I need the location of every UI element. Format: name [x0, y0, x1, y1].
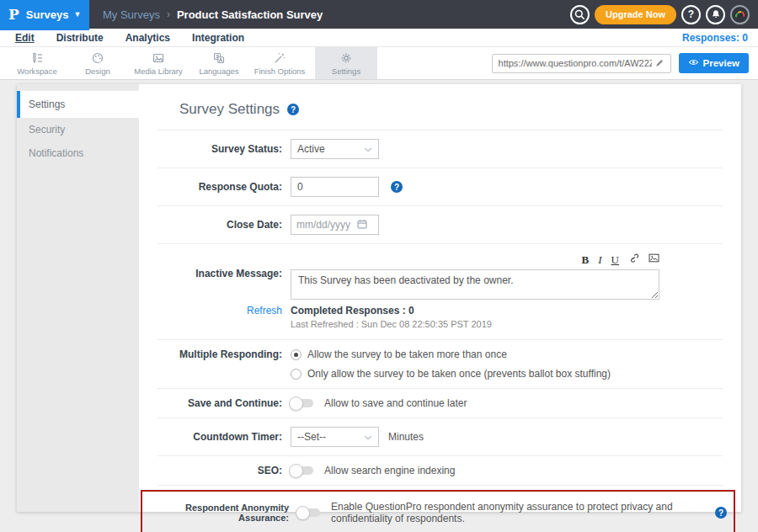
tab-analytics[interactable]: Analytics: [125, 32, 170, 44]
link-icon[interactable]: [628, 253, 639, 267]
countdown-timer-value: --Set--: [297, 431, 326, 443]
toolbar-tab-label: Design: [85, 66, 110, 76]
edit-url-pencil-icon[interactable]: [655, 56, 665, 71]
responses-count[interactable]: Responses: 0: [682, 32, 748, 44]
sidebar-item-security[interactable]: Security: [17, 118, 139, 141]
notifications-bell-icon[interactable]: [706, 5, 725, 24]
top-actions: Upgrade Now ?: [570, 5, 758, 24]
response-quota-label: Response Quota:: [157, 181, 291, 193]
eye-icon: [688, 58, 699, 68]
save-and-continue-row: Save and Continue: Allow to save and con…: [157, 389, 723, 418]
edit-toolbar: Workspace Design Media Library Languages…: [0, 47, 758, 80]
preview-label: Preview: [703, 58, 739, 68]
toolbar-tab-label: Settings: [332, 66, 360, 76]
multiple-responding-row: Multiple Responding: Allow the survey to…: [157, 340, 723, 388]
seo-text: Allow search engine indexing: [324, 465, 455, 476]
survey-nav: Edit Distribute Analytics Integration Re…: [0, 29, 758, 47]
product-switcher[interactable]: P Surveys ▼: [0, 0, 89, 29]
radio-allow-multiple[interactable]: Allow the survey to be taken more than o…: [291, 348, 611, 360]
save-and-continue-label: Save and Continue:: [157, 397, 291, 409]
survey-settings-help-icon[interactable]: ?: [287, 104, 299, 115]
page-title: Survey Settings ?: [179, 101, 723, 118]
app-name: Surveys: [26, 8, 69, 21]
toolbar-tab-settings[interactable]: Settings: [315, 47, 377, 79]
inactive-message-textarea[interactable]: This Survey has been deactivated by the …: [291, 269, 659, 300]
countdown-timer-row: Countdown Timer: --Set-- Minutes: [157, 418, 723, 455]
help-icon[interactable]: ?: [681, 5, 701, 24]
usage-meter-icon[interactable]: [730, 5, 750, 24]
respondent-anonymity-text: Enable QuestionPro respondent anonymity …: [331, 501, 709, 524]
toolbar-tab-label: Languages: [199, 66, 238, 76]
toolbar-tab-languages[interactable]: Languages: [189, 47, 249, 79]
save-and-continue-toggle[interactable]: [291, 399, 313, 407]
breadcrumb-my-surveys[interactable]: My Surveys: [103, 8, 160, 21]
breadcrumb-separator: ›: [167, 8, 170, 20]
languages-translate-icon: [212, 51, 226, 65]
survey-url-value: https://www.questionpro.com/t/AW22Zf4yf: [499, 58, 652, 68]
refresh-link[interactable]: Refresh: [157, 305, 291, 317]
chevron-down-icon: [364, 143, 372, 155]
bold-icon[interactable]: B: [582, 253, 590, 267]
divider: [157, 485, 723, 486]
survey-status-label: Survey Status:: [157, 143, 291, 155]
survey-status-select[interactable]: Active: [291, 139, 379, 159]
refresh-row: Refresh Completed Responses : 0 Last Ref…: [157, 300, 723, 339]
respondent-anonymity-row-highlighted: Respondent Anonymity Assurance: Enable Q…: [141, 490, 735, 532]
toolbar-tab-media-library[interactable]: Media Library: [128, 47, 189, 79]
response-quota-row: Response Quota: ?: [157, 168, 723, 205]
survey-status-row: Survey Status: Active: [157, 130, 723, 168]
close-date-row: Close Date:: [157, 206, 723, 243]
italic-icon[interactable]: I: [598, 253, 601, 267]
inactive-message-editor: B I U This Survey has been deactivated b…: [291, 253, 659, 300]
tab-edit[interactable]: Edit: [15, 32, 35, 44]
chevron-down-icon: ▼: [73, 10, 81, 19]
multiple-responding-label: Multiple Responding:: [157, 348, 291, 360]
close-date-input[interactable]: [296, 219, 357, 231]
close-date-label: Close Date:: [157, 219, 291, 231]
multiple-responding-options: Allow the survey to be taken more than o…: [291, 348, 611, 380]
respondent-anonymity-label: Respondent Anonymity Assurance:: [149, 503, 297, 523]
close-date-field[interactable]: [291, 215, 379, 235]
toolbar-tab-finish-options[interactable]: Finish Options: [249, 47, 310, 79]
response-quota-input[interactable]: [291, 177, 379, 197]
inactive-message-row: Inactive Message: B I U This Survey has …: [157, 244, 723, 300]
radio-checked-icon[interactable]: [291, 349, 302, 360]
toolbar-tab-design[interactable]: Design: [67, 47, 128, 79]
search-icon[interactable]: [570, 5, 590, 24]
survey-url-field[interactable]: https://www.questionpro.com/t/AW22Zf4yf: [492, 54, 671, 73]
radio-allow-once[interactable]: Only allow the survey to be taken once (…: [291, 368, 611, 380]
magic-wand-icon: [273, 51, 286, 65]
top-bar: P Surveys ▼ My Surveys › Product Satisfa…: [0, 0, 758, 29]
last-refreshed: Last Refreshed : Sun Dec 08 22:50:35 PST…: [291, 319, 492, 329]
sidebar-item-notifications[interactable]: Notifications: [17, 141, 139, 165]
calendar-icon[interactable]: [357, 219, 367, 231]
inactive-message-label: Inactive Message:: [157, 268, 291, 279]
breadcrumb: My Surveys › Product Satisfaction Survey: [103, 8, 323, 21]
design-palette-icon: [91, 51, 104, 65]
seo-toggle[interactable]: [291, 466, 313, 475]
response-quota-help-icon[interactable]: ?: [391, 181, 403, 193]
settings-card: Settings Security Notifications Survey S…: [17, 84, 741, 512]
preview-button[interactable]: Preview: [679, 53, 749, 73]
chevron-down-icon: [364, 431, 372, 443]
radio-label: Only allow the survey to be taken once (…: [307, 368, 611, 380]
image-icon[interactable]: [649, 253, 659, 267]
active-tab-indicator: [0, 29, 89, 30]
tab-distribute[interactable]: Distribute: [56, 32, 104, 44]
respondent-anonymity-toggle[interactable]: [297, 508, 320, 517]
sidebar-item-settings[interactable]: Settings: [17, 91, 139, 118]
toolbar-tab-workspace[interactable]: Workspace: [7, 47, 67, 79]
settings-sidebar: Settings Security Notifications: [17, 84, 139, 512]
respondent-anonymity-help-icon[interactable]: ?: [715, 507, 727, 519]
upgrade-now-button[interactable]: Upgrade Now: [595, 5, 676, 24]
seo-row: SEO: Allow search engine indexing: [157, 456, 723, 485]
gear-icon: [339, 51, 353, 65]
countdown-timer-select[interactable]: --Set--: [291, 427, 379, 447]
radio-unchecked-icon[interactable]: [291, 369, 302, 380]
toolbar-right: https://www.questionpro.com/t/AW22Zf4yf …: [492, 47, 758, 79]
survey-status-value: Active: [297, 143, 325, 155]
responses-summary: Completed Responses : 0 Last Refreshed :…: [291, 305, 492, 329]
tab-integration[interactable]: Integration: [192, 32, 244, 44]
underline-icon[interactable]: U: [611, 253, 619, 267]
breadcrumb-current-survey: Product Satisfaction Survey: [177, 8, 323, 21]
